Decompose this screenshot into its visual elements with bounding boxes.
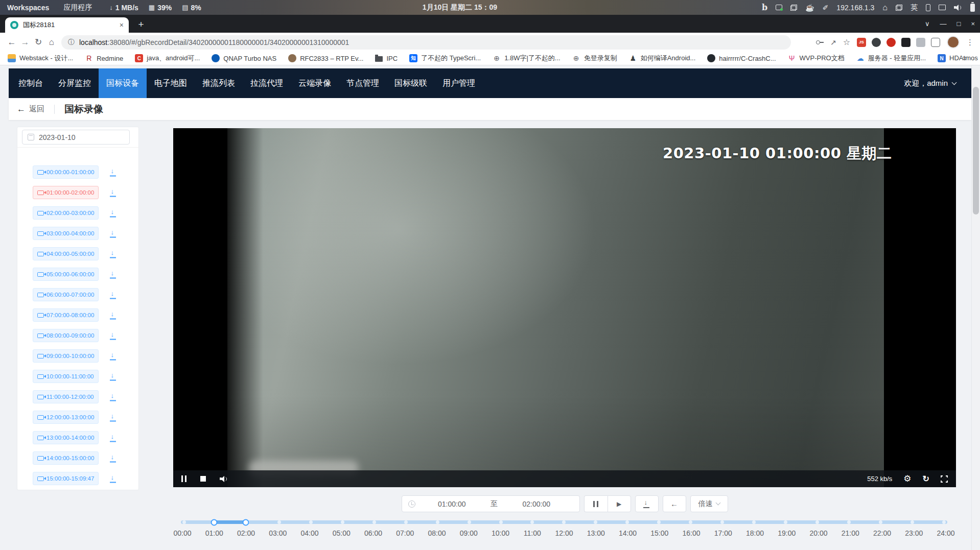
reload-icon[interactable]: ↻: [32, 37, 45, 47]
nav-item[interactable]: 电子地图: [147, 68, 195, 98]
bookmark-item[interactable]: RRedmine: [85, 54, 123, 62]
bookmark-item[interactable]: ΨWVP-PRO文档: [788, 54, 845, 63]
profile-avatar[interactable]: [947, 36, 960, 49]
time-range-picker[interactable]: 01:00:00 至 02:00:00: [402, 495, 580, 512]
record-time-button[interactable]: 03:00:00-04:00:00: [33, 227, 99, 240]
play-button[interactable]: ▶: [608, 495, 631, 512]
extension-icon[interactable]: [901, 38, 911, 47]
nav-item[interactable]: 国标级联: [387, 68, 435, 98]
scrollbar-thumb[interactable]: [973, 87, 979, 214]
record-download-icon[interactable]: [109, 311, 117, 320]
bookmark-item[interactable]: RFC2833 – RTP Ev...: [288, 54, 363, 62]
timeline-handle-start[interactable]: [211, 519, 218, 525]
date-picker-input[interactable]: 2023-01-10: [22, 130, 130, 145]
record-time-button[interactable]: 04:00:00-05:00:00: [33, 247, 99, 260]
display-tray-icon[interactable]: [939, 5, 946, 10]
back-icon[interactable]: ←: [5, 37, 18, 47]
back-button[interactable]: 返回: [29, 104, 44, 114]
nav-item[interactable]: 节点管理: [339, 68, 387, 98]
forward-icon[interactable]: →: [18, 37, 32, 47]
browser-tab[interactable]: 国标28181 ×: [5, 17, 129, 33]
record-download-icon[interactable]: [109, 250, 117, 258]
record-time-button[interactable]: 08:00:00-09:00:00: [33, 329, 99, 342]
record-time-button[interactable]: 05:00:00-06:00:00: [33, 268, 99, 281]
record-time-button[interactable]: 12:00:00-13:00:00: [33, 411, 99, 424]
page-scrollbar[interactable]: [971, 65, 980, 550]
record-time-button[interactable]: 07:00:00-08:00:00: [33, 308, 99, 322]
record-time-button[interactable]: 01:00:00-02:00:00: [33, 186, 99, 199]
home-icon[interactable]: ⌂: [45, 37, 58, 47]
user-menu[interactable]: 欢迎，admin: [904, 79, 971, 88]
pause-icon[interactable]: [181, 475, 186, 482]
nav-item[interactable]: 云端录像: [291, 68, 339, 98]
volume-tray-icon[interactable]: [954, 5, 962, 11]
bookmark-item[interactable]: Webstack - 设计...: [8, 54, 73, 63]
extension-icon[interactable]: [872, 38, 881, 47]
fullscreen-icon[interactable]: [941, 475, 948, 483]
bookmark-item[interactable]: 知了不起的 TypeScri...: [409, 54, 481, 63]
extension-icon[interactable]: [916, 38, 925, 47]
extension-icon[interactable]: JS: [857, 38, 866, 47]
ip-address[interactable]: 192.168.1.3: [836, 4, 874, 12]
video-player[interactable]: 2023-01-10 01:00:00 星期二 552 kb/s: [173, 128, 956, 487]
seek-back-button[interactable]: ←: [663, 495, 686, 512]
record-time-button[interactable]: 00:00:00-01:00:00: [33, 165, 99, 179]
refresh-icon[interactable]: [923, 474, 929, 484]
applications-button[interactable]: 应用程序: [63, 3, 92, 12]
bookmark-item[interactable]: ♟如何编译Android...: [629, 54, 696, 63]
tab-close-icon[interactable]: ×: [120, 21, 124, 29]
caffeine-tray-icon[interactable]: [805, 4, 814, 12]
nav-item[interactable]: 拉流代理: [243, 68, 291, 98]
stop-icon[interactable]: [200, 476, 206, 482]
bookmark-item[interactable]: NHDAtmos :: 种子 *...: [938, 54, 980, 63]
timeline-handle-end[interactable]: [243, 519, 249, 525]
nav-item[interactable]: 国标设备: [99, 68, 147, 98]
browser-tray-icon[interactable]: b: [762, 3, 767, 12]
settings-gear-icon[interactable]: [903, 473, 911, 484]
pause-button[interactable]: [584, 495, 608, 512]
record-download-icon[interactable]: [109, 229, 117, 238]
home-tray-icon[interactable]: [882, 3, 888, 12]
bookmark-item[interactable]: IPC: [375, 55, 398, 62]
record-download-icon[interactable]: [109, 270, 117, 279]
record-time-button[interactable]: 02:00:00-03:00:00: [33, 206, 99, 220]
record-download-icon[interactable]: [109, 474, 117, 483]
pen-tray-icon[interactable]: [823, 4, 829, 12]
record-time-button[interactable]: 10:00:00-11:00:00: [33, 370, 99, 383]
record-time-button[interactable]: 06:00:00-07:00:00: [33, 288, 99, 301]
record-time-button[interactable]: 14:00:00-15:00:00: [33, 451, 99, 465]
nav-item[interactable]: 用户管理: [435, 68, 483, 98]
bookmark-item[interactable]: QNAP Turbo NAS: [212, 54, 276, 62]
new-tab-button[interactable]: +: [135, 18, 147, 31]
nav-item[interactable]: 分屏监控: [51, 68, 99, 98]
record-download-icon[interactable]: [109, 413, 117, 422]
bookmark-item[interactable]: ☁服务器 - 轻量应用...: [856, 54, 926, 63]
range-end-time[interactable]: 02:00:00: [500, 500, 573, 508]
record-download-icon[interactable]: [109, 352, 117, 361]
share-icon[interactable]: ↗: [830, 38, 836, 46]
record-download-icon[interactable]: [109, 291, 117, 299]
taskbar-clock[interactable]: 1月10日 星期二 15：09: [388, 3, 531, 12]
record-time-button[interactable]: 09:00:00-10:00:00: [33, 349, 99, 363]
speed-dropdown[interactable]: 倍速: [690, 495, 728, 512]
record-download-icon[interactable]: [109, 168, 117, 177]
record-download-icon[interactable]: [109, 331, 117, 340]
nav-item[interactable]: 控制台: [11, 68, 51, 98]
mute-icon[interactable]: [220, 476, 228, 482]
tab-search-icon[interactable]: ∨: [925, 20, 930, 28]
close-icon[interactable]: ×: [971, 20, 975, 28]
range-start-time[interactable]: 01:00:00: [415, 500, 489, 508]
download-button[interactable]: [635, 495, 659, 512]
bookmark-item[interactable]: hairrrrr/C-CrashC...: [707, 54, 776, 62]
record-download-icon[interactable]: [109, 372, 117, 381]
bookmark-star-icon[interactable]: ☆: [843, 37, 850, 47]
record-download-icon[interactable]: [109, 188, 117, 197]
record-download-icon[interactable]: [109, 393, 117, 401]
workspaces-button[interactable]: Workspaces: [7, 4, 49, 12]
input-method-indicator[interactable]: 英: [911, 3, 918, 12]
phone-tray-icon[interactable]: [926, 4, 930, 11]
record-download-icon[interactable]: [109, 434, 117, 442]
record-time-button[interactable]: 11:00:00-12:00:00: [33, 390, 99, 403]
minimize-icon[interactable]: —: [940, 20, 947, 28]
extension-icon[interactable]: [931, 38, 940, 47]
